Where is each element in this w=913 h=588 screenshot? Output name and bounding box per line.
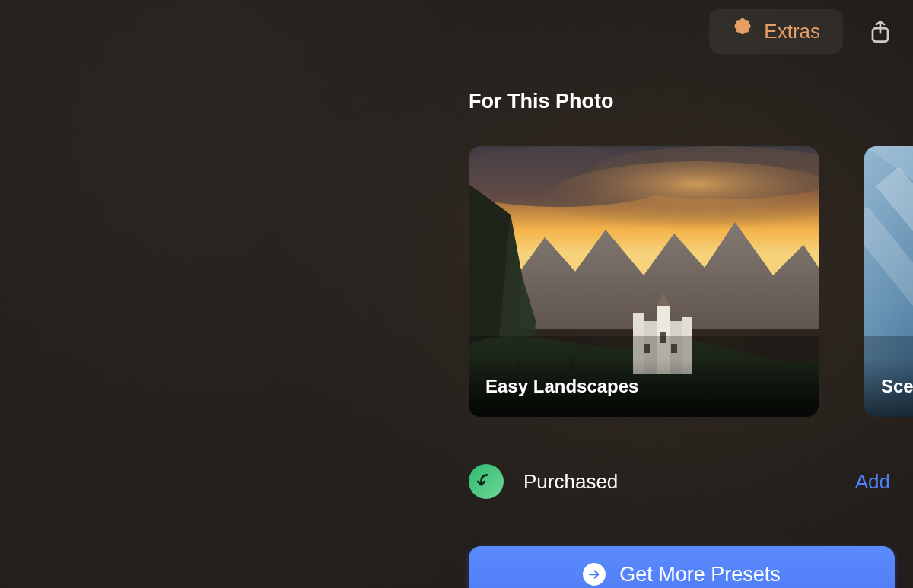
extras-label: Extras [764,20,820,43]
preset-card-easy-landscapes[interactable]: Easy Landscapes [469,146,819,417]
share-icon [869,19,892,45]
section-heading: For This Photo [469,90,613,113]
purchased-icon [469,464,504,499]
preset-card-label: Scene [864,359,913,417]
preset-card-row: Easy Landscapes [469,146,913,417]
preset-card-scene[interactable]: Scene [864,146,913,417]
get-more-presets-button[interactable]: Get More Presets [469,546,895,588]
extras-button[interactable]: Extras [709,9,843,54]
puzzle-icon [732,18,753,45]
purchased-label: Purchased [523,470,618,494]
add-button[interactable]: Add [855,470,895,494]
preset-card-label: Easy Landscapes [469,359,819,417]
arrow-right-circle-icon [583,563,606,586]
get-more-presets-label: Get More Presets [619,563,781,586]
purchased-row: Purchased Add [469,464,895,499]
share-button[interactable] [866,17,895,46]
